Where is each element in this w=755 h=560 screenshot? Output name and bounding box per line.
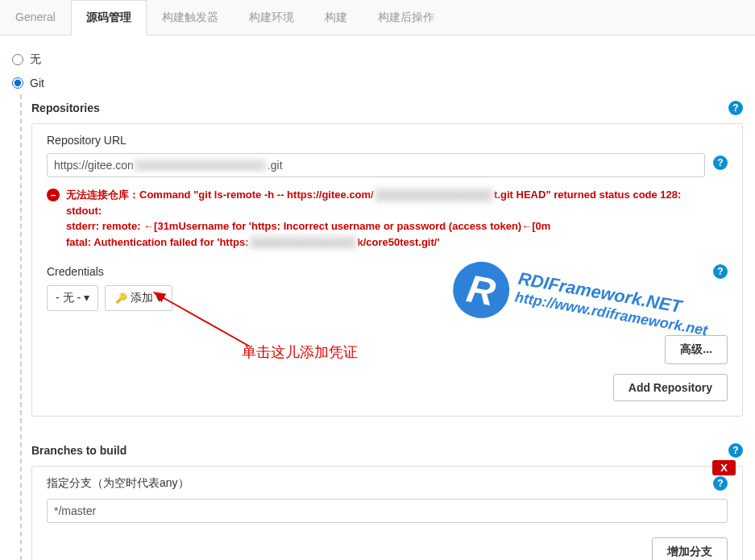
radio-git-label: Git [30, 77, 44, 89]
tab-triggers[interactable]: 构建触发器 [147, 0, 234, 35]
branch-specifier-input[interactable] [47, 499, 728, 523]
credentials-row: Credentials ? [47, 264, 728, 279]
branch-specifier-label: 指定分支（为空时代表any） [47, 476, 189, 491]
branch-buttons: 增加分支 [47, 537, 728, 560]
repo-buttons: 高级... Add Repository [47, 335, 728, 401]
tab-scm[interactable]: 源码管理 [71, 0, 147, 35]
add-repository-button[interactable]: Add Repository [613, 374, 728, 401]
repo-url-label: Repository URL [47, 134, 728, 147]
branch-specifier-row: 指定分支（为空时代表any） ? [47, 476, 728, 491]
branches-section: Branches to build ? X 指定分支（为空时代表any） ? 增… [31, 437, 743, 560]
advanced-button[interactable]: 高级... [665, 335, 728, 364]
help-icon[interactable]: ? [713, 476, 728, 491]
error-icon: – [47, 189, 60, 201]
help-icon[interactable]: ? [728, 101, 743, 115]
credentials-label: Credentials [47, 265, 104, 278]
chevron-down-icon: ▾ [156, 292, 162, 305]
error-block: – 无法连接仓库：Command "git ls-remote -h -- ht… [47, 187, 728, 250]
branch-box: X 指定分支（为空时代表any） ? 增加分支 [31, 466, 743, 560]
tab-build[interactable]: 构建 [309, 0, 363, 35]
repositories-header: Repositories ? [31, 94, 743, 123]
repo-url-input-wrap: https://gitee.conxxxxxxxxxxxxxxxxxxxxxx.… [47, 153, 705, 177]
tab-postbuild[interactable]: 构建后操作 [363, 0, 450, 35]
radio-git[interactable] [12, 77, 23, 89]
scm-option-git[interactable]: Git [12, 72, 743, 94]
help-icon[interactable]: ? [728, 443, 743, 458]
credentials-controls: - 无 - ▾ 🔑 添加 ▾ [47, 285, 728, 311]
add-branch-button[interactable]: 增加分支 [652, 537, 728, 560]
help-icon[interactable]: ? [713, 264, 728, 279]
config-tabs: General 源码管理 构建触发器 构建环境 构建 构建后操作 [0, 0, 755, 35]
radio-none[interactable] [12, 54, 23, 65]
chevron-down-icon: ▾ [84, 291, 89, 304]
add-credentials-button[interactable]: 🔑 添加 ▾ [105, 285, 172, 311]
help-icon[interactable]: ? [713, 156, 728, 170]
branches-title: Branches to build [31, 444, 127, 457]
repositories-title: Repositories [31, 102, 100, 114]
tab-environment[interactable]: 构建环境 [234, 0, 309, 35]
key-icon: 🔑 [115, 292, 127, 304]
radio-none-label: 无 [30, 52, 41, 67]
credentials-select[interactable]: - 无 - ▾ [47, 285, 98, 311]
repository-box: Repository URL https://gitee.conxxxxxxxx… [31, 123, 743, 417]
scm-option-none[interactable]: 无 [12, 48, 743, 72]
error-text: 无法连接仓库：Command "git ls-remote -h -- http… [66, 187, 681, 250]
remove-branch-button[interactable]: X [712, 460, 736, 475]
branches-header: Branches to build ? [31, 437, 743, 466]
repo-url-input[interactable]: https://gitee.conxxxxxxxxxxxxxxxxxxxxxx.… [47, 153, 705, 177]
tab-general[interactable]: General [0, 0, 71, 35]
